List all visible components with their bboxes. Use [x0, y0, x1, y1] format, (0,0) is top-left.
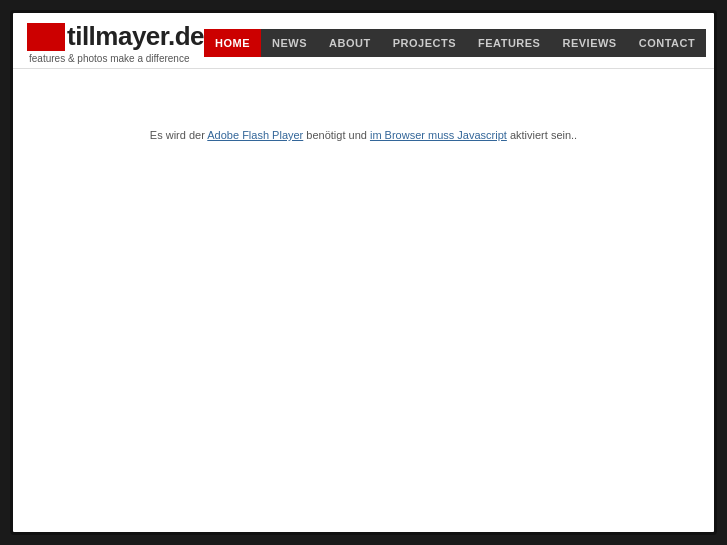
- site-main: Es wird der Adobe Flash Player benötigt …: [13, 69, 714, 509]
- page-wrapper: tillmayer.de features & photos make a di…: [13, 13, 714, 532]
- nav-item-projects[interactable]: PROJECTS: [382, 29, 467, 57]
- logo-text: tillmayer.de: [67, 21, 204, 52]
- logo-red-box: [27, 23, 65, 51]
- flash-link-1[interactable]: Adobe Flash Player: [207, 129, 303, 141]
- logo-tagline: features & photos make a difference: [27, 53, 204, 64]
- flash-notice: Es wird der Adobe Flash Player benötigt …: [27, 129, 700, 141]
- flash-link-2[interactable]: im Browser muss Javascript: [370, 129, 507, 141]
- site-nav: HOME NEWS ABOUT PROJECTS FEATURES REVIEW…: [204, 29, 706, 57]
- nav-item-reviews[interactable]: REVIEWS: [551, 29, 627, 57]
- nav-item-news[interactable]: NEWS: [261, 29, 318, 57]
- logo-title: tillmayer.de: [27, 21, 204, 52]
- nav-item-about[interactable]: ABOUT: [318, 29, 382, 57]
- flash-notice-suffix: aktiviert sein..: [507, 129, 577, 141]
- nav-item-home[interactable]: HOME: [204, 29, 261, 57]
- flash-notice-mid: benötigt und: [303, 129, 370, 141]
- logo-area: tillmayer.de features & photos make a di…: [27, 21, 204, 64]
- browser-frame: tillmayer.de features & photos make a di…: [10, 10, 717, 535]
- flash-notice-prefix: Es wird der: [150, 129, 207, 141]
- nav-item-features[interactable]: FEATURES: [467, 29, 551, 57]
- site-header: tillmayer.de features & photos make a di…: [13, 13, 714, 69]
- nav-item-contact[interactable]: CONTACT: [628, 29, 706, 57]
